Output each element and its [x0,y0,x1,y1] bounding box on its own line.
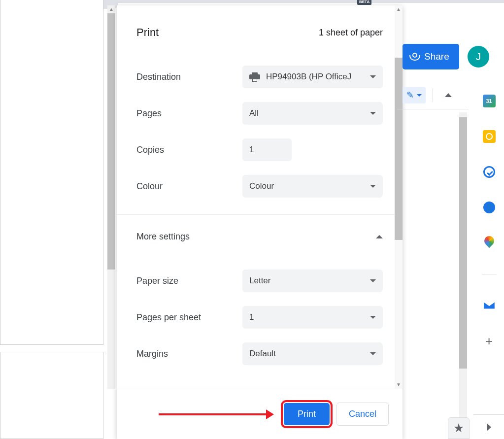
copies-input[interactable] [242,138,292,161]
more-settings-toggle[interactable]: More settings [117,215,403,263]
chevron-down-icon [370,352,376,355]
side-panel-collapse-button[interactable] [473,414,504,439]
pages-per-sheet-value: 1 [249,312,254,322]
editing-mode-button[interactable]: ✎ [403,87,426,103]
scroll-thumb[interactable] [459,117,467,369]
chevron-down-icon [417,94,422,97]
scroll-up-icon[interactable]: ▲ [395,5,403,13]
colour-select[interactable]: Colour [242,175,383,198]
pages-per-sheet-select[interactable]: 1 [242,306,383,329]
destination-label: Destination [136,72,242,82]
print-preview-page-1 [0,0,103,345]
chevron-up-icon [445,93,452,97]
scroll-thumb[interactable] [395,58,403,240]
dialog-scrollbar[interactable]: ▲ ▼ [395,5,403,389]
printer-icon [249,72,260,81]
more-settings-label: More settings [136,232,190,242]
toolbar-divider [398,109,469,109]
explore-icon [454,423,464,433]
destination-value: HP94903B (HP OfficeJ [266,72,351,82]
chevron-down-icon [370,279,376,282]
explore-button[interactable] [448,417,470,439]
chevron-up-icon [376,235,383,238]
paper-size-value: Letter [249,276,270,286]
chevron-down-icon [370,75,376,78]
maps-icon[interactable] [483,236,496,249]
side-panel: 31 👤 + [473,83,504,439]
print-dialog-title: Print [136,26,159,39]
colour-label: Colour [136,181,242,192]
contacts-icon[interactable]: 👤 [483,201,496,214]
scroll-thumb[interactable] [107,13,115,270]
share-label: Share [424,51,449,62]
preview-scrollbar[interactable]: ▲ [107,5,115,389]
sheet-count-text: 1 sheet of paper [319,28,383,38]
pages-label: Pages [136,108,242,119]
print-preview-page-2 [0,352,103,439]
collapse-toolbar-button[interactable] [440,87,457,103]
document-scrollbar[interactable] [459,112,467,438]
share-button[interactable]: Share [403,44,459,69]
calendar-icon[interactable]: 31 [483,95,496,107]
scroll-down-icon[interactable]: ▼ [395,381,403,389]
colour-value: Colour [249,181,274,191]
pages-value: All [249,108,259,118]
pages-per-sheet-label: Pages per sheet [136,312,242,323]
tasks-icon[interactable] [483,166,496,178]
chevron-down-icon [370,185,376,188]
pencil-icon: ✎ [406,90,414,101]
margins-select[interactable]: Default [242,342,383,365]
cancel-button[interactable]: Cancel [336,403,389,426]
chevron-down-icon [370,112,376,115]
destination-select[interactable]: HP94903B (HP OfficeJ [242,66,383,88]
paper-size-select[interactable]: Letter [242,270,383,292]
beta-badge: BETA [357,0,371,5]
add-addon-button[interactable]: + [483,335,496,347]
mail-icon[interactable] [483,299,496,312]
toolbar-separator [433,88,433,102]
chevron-right-icon [487,423,491,431]
account-avatar[interactable]: J [468,46,489,68]
side-panel-divider [482,274,497,274]
copies-label: Copies [136,145,242,155]
margins-value: Default [249,349,276,359]
share-icon [409,53,419,61]
print-dialog: Print 1 sheet of paper Destination HP949… [117,5,403,439]
print-button[interactable]: Print [284,403,330,425]
keep-icon[interactable] [483,130,496,143]
chevron-down-icon [370,316,376,319]
paper-size-label: Paper size [136,276,242,286]
margins-label: Margins [136,349,242,359]
pages-select[interactable]: All [242,102,383,125]
annotation-arrow [159,413,267,415]
scroll-up-icon[interactable]: ▲ [107,5,115,13]
